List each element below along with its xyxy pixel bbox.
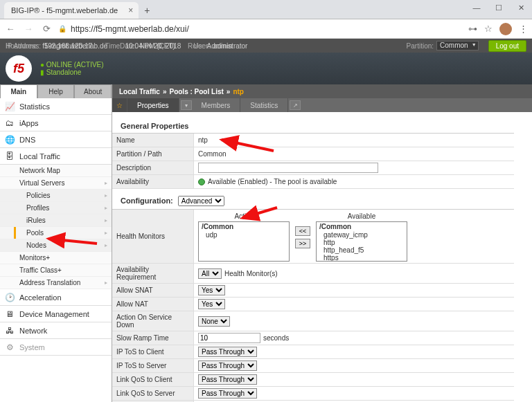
time-value: 10:04 PM (CET) bbox=[125, 42, 175, 50]
name-value: ntp bbox=[194, 134, 514, 147]
plus-icon: + bbox=[46, 254, 50, 262]
star-icon[interactable]: ☆ bbox=[484, 24, 493, 34]
f5-header: f5 ● ONLINE (ACTIVE) ▮ Standalone bbox=[0, 53, 532, 84]
menu-icon[interactable]: ⋮ bbox=[519, 24, 528, 34]
tab-title: BIG-IP® - f5-mgmt.weberlab.de bbox=[11, 6, 118, 15]
nav-nodes[interactable]: Nodes▸ bbox=[0, 239, 112, 252]
nav-network[interactable]: 🖧Network bbox=[0, 322, 112, 339]
nav-device-mgmt[interactable]: 🖥Device Management bbox=[0, 306, 112, 322]
tab-menu-icon[interactable]: ▾ bbox=[181, 100, 192, 110]
tab-statistics[interactable]: Statistics bbox=[240, 98, 288, 112]
breadcrumb-current: ntp bbox=[233, 88, 244, 95]
page-tabs: ☆ Properties ▾ Members Statistics ↗ bbox=[112, 98, 532, 112]
move-right-button[interactable]: >> bbox=[295, 239, 310, 248]
nav-acceleration[interactable]: 🕑Acceleration bbox=[0, 289, 112, 306]
tab-members[interactable]: Members bbox=[192, 98, 241, 112]
tab-properties[interactable]: Properties bbox=[127, 98, 179, 112]
gauge-icon: 🕑 bbox=[4, 292, 15, 303]
tab-popout-icon[interactable]: ↗ bbox=[290, 100, 301, 110]
reload-icon[interactable]: ⟳ bbox=[40, 24, 53, 34]
ip-tos-server-label: IP ToS to Server bbox=[112, 359, 194, 372]
ip-tos-client-select[interactable]: Pass Through bbox=[198, 347, 257, 357]
active-monitors-list[interactable]: /Common udp bbox=[198, 221, 290, 262]
list-item[interactable]: https bbox=[317, 254, 407, 262]
favorite-icon[interactable]: ☆ bbox=[112, 98, 127, 112]
nav-local-traffic[interactable]: 🗄Local Traffic bbox=[0, 148, 112, 165]
slow-ramp-input[interactable] bbox=[198, 333, 260, 343]
available-header: Available bbox=[348, 212, 375, 221]
action-down-select[interactable]: None bbox=[198, 316, 230, 327]
allow-nat-select[interactable]: Yes bbox=[198, 299, 225, 309]
name-label: Name bbox=[112, 134, 194, 147]
link-qos-client-select[interactable]: Pass Through bbox=[198, 374, 257, 385]
nav-policies[interactable]: Policies▸ bbox=[0, 190, 112, 202]
nav-pools[interactable]: Pools▸ bbox=[0, 227, 112, 239]
nav-iapps[interactable]: 🗂iApps bbox=[0, 115, 112, 131]
avail-req-select[interactable]: All bbox=[198, 268, 222, 279]
tab-main[interactable]: Main bbox=[0, 84, 37, 98]
partition-label: Partition: bbox=[407, 42, 434, 50]
nav-dns[interactable]: 🌐DNS bbox=[0, 131, 112, 148]
browser-tab[interactable]: BIG-IP® - f5-mgmt.weberlab.de × bbox=[4, 2, 139, 19]
list-item[interactable]: gateway_icmp bbox=[317, 231, 407, 239]
link-qos-server-label: Link QoS to Server bbox=[112, 387, 194, 400]
app-icon: 🗂 bbox=[4, 118, 15, 129]
partition-select[interactable]: Common bbox=[436, 41, 479, 51]
close-icon[interactable]: × bbox=[128, 6, 133, 15]
avatar[interactable] bbox=[499, 23, 512, 35]
slow-ramp-label: Slow Ramp Time bbox=[112, 331, 194, 345]
link-qos-server-select[interactable]: Pass Through bbox=[198, 388, 257, 399]
plus-icon: + bbox=[57, 266, 62, 274]
nav-statistics[interactable]: 📈Statistics bbox=[0, 98, 112, 115]
new-tab-button[interactable]: + bbox=[144, 5, 150, 16]
close-window-icon[interactable]: ✕ bbox=[510, 0, 532, 15]
address-bar: ← → ⟳ 🔒 https://f5-mgmt.weberlab.de/xui/… bbox=[0, 19, 532, 39]
list-item[interactable]: udp bbox=[199, 231, 289, 239]
ip-tos-server-select[interactable]: Pass Through bbox=[198, 360, 257, 371]
url-field[interactable]: 🔒 https://f5-mgmt.weberlab.de/xui/ bbox=[58, 24, 463, 34]
url-text: https://f5-mgmt.weberlab.de/xui/ bbox=[71, 24, 189, 34]
list-item[interactable]: http_head_f5 bbox=[317, 246, 407, 254]
breadcrumb: Local Traffic » Pools : Pool List » ntp bbox=[112, 84, 532, 98]
health-monitors-label: Health Monitors bbox=[112, 210, 194, 263]
left-nav: Main Help About 📈Statistics 🗂iApps 🌐DNS … bbox=[0, 84, 112, 402]
system-icon: ⚙ bbox=[4, 342, 15, 353]
key-icon[interactable]: ⊶ bbox=[468, 24, 477, 34]
back-icon[interactable]: ← bbox=[4, 24, 17, 34]
avail-req-label: Availability Requirement bbox=[112, 264, 194, 283]
chevron-right-icon: ▸ bbox=[105, 180, 107, 186]
globe-icon: 🌐 bbox=[4, 134, 15, 145]
role-value: Administrator bbox=[207, 42, 248, 50]
chart-icon: 📈 bbox=[4, 101, 15, 112]
nav-system[interactable]: ⚙System bbox=[0, 339, 112, 356]
ip-label: IP Address: bbox=[6, 42, 41, 50]
tab-about[interactable]: About bbox=[74, 84, 112, 98]
list-item[interactable]: http bbox=[317, 239, 407, 246]
nav-network-map[interactable]: Network Map bbox=[0, 165, 112, 177]
standalone-status: Standalone bbox=[46, 68, 82, 76]
description-label: Description bbox=[112, 161, 194, 174]
chevron-right-icon: ▸ bbox=[105, 230, 107, 236]
logout-button[interactable]: Log out bbox=[488, 40, 526, 52]
nav-traffic-class[interactable]: Traffic Class+ bbox=[0, 264, 112, 277]
partition-path-label: Partition / Path bbox=[112, 147, 194, 161]
allow-snat-select[interactable]: Yes bbox=[198, 285, 225, 295]
chevron-right-icon: ▸ bbox=[105, 205, 107, 211]
description-input[interactable] bbox=[198, 163, 378, 173]
available-monitors-list[interactable]: /Common gateway_icmp http http_head_f5 h… bbox=[316, 221, 407, 262]
content-pane: Local Traffic » Pools : Pool List » ntp … bbox=[112, 84, 532, 402]
maximize-icon[interactable]: ☐ bbox=[488, 0, 510, 15]
nav-irules[interactable]: iRules▸ bbox=[0, 214, 112, 227]
browser-tabstrip: BIG-IP® - f5-mgmt.weberlab.de × + — ☐ ✕ bbox=[0, 0, 532, 19]
config-mode-select[interactable]: Advanced bbox=[178, 196, 224, 206]
minimize-icon[interactable]: — bbox=[466, 0, 488, 15]
tab-help[interactable]: Help bbox=[37, 84, 75, 98]
nav-profiles[interactable]: Profiles▸ bbox=[0, 202, 112, 214]
traffic-icon: 🗄 bbox=[4, 151, 15, 162]
section-general: General Properties bbox=[112, 112, 532, 133]
nav-address-translation[interactable]: Address Translation▸ bbox=[0, 277, 112, 289]
f5-logo: f5 bbox=[6, 55, 32, 82]
nav-virtual-servers[interactable]: Virtual Servers▸ bbox=[0, 177, 112, 190]
move-left-button[interactable]: << bbox=[295, 226, 310, 236]
nav-monitors[interactable]: Monitors+ bbox=[0, 252, 112, 264]
